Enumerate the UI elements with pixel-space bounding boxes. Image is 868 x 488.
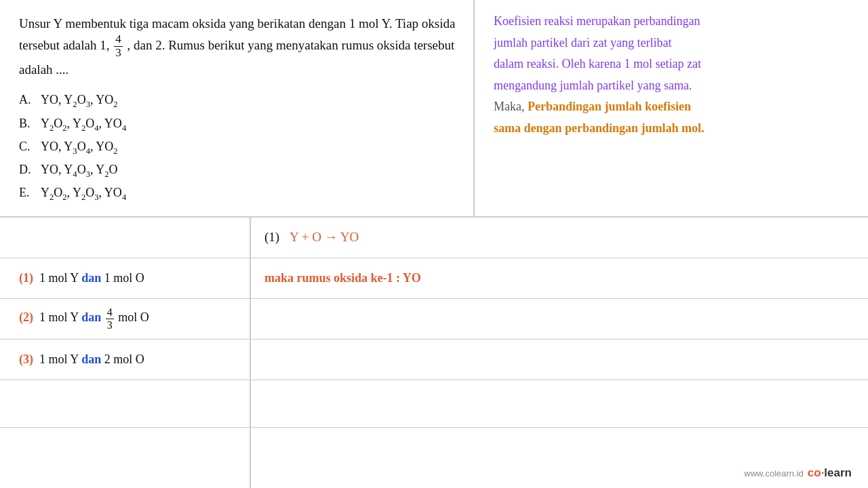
choice-b-label: B.	[19, 113, 34, 134]
right-header-row: (1) Y + O → YO	[251, 218, 868, 258]
row1-dan: dan	[81, 271, 101, 285]
fraction-numerator: 4	[114, 33, 123, 47]
right-row-1: maka rumus oksida ke-1 : YO	[251, 258, 868, 299]
choice-d-text: YO, Y4O3, Y2O	[41, 159, 118, 182]
choice-c-text: YO, Y3O4, YO2	[41, 136, 118, 159]
choice-d-label: D.	[19, 159, 34, 180]
left-row-3: (3) 1 mol Y dan 2 mol O	[0, 340, 250, 380]
choice-a-text: YO, Y2O3, YO2	[41, 89, 118, 112]
choice-a-label: A.	[19, 89, 34, 110]
page-container: Unsur Y membentuk tiga macam oksida yang…	[0, 0, 868, 488]
reaction-equation: (1) Y + O → YO	[264, 230, 359, 245]
left-row-2: (2) 1 mol Y dan 4 3 mol O	[0, 299, 250, 340]
choice-d: D. YO, Y4O3, Y2O	[19, 159, 457, 182]
choice-e-text: Y2O2, Y2O3, YO4	[41, 182, 126, 205]
choice-e: E. Y2O2, Y2O3, YO4	[19, 182, 457, 205]
explanation-line3: dalam reaksi. Oleh karena 1 mol setiap z…	[494, 57, 701, 70]
choice-c: C. YO, Y3O4, YO2	[19, 136, 457, 159]
right-empty-row-1	[251, 380, 868, 428]
footer: www.colearn.id co·learn	[744, 466, 852, 480]
left-header-row	[0, 218, 250, 258]
left-row-2-text: (2) 1 mol Y dan 4 3 mol O	[19, 306, 149, 331]
footer-brand-prefix: co	[808, 466, 821, 479]
left-empty-row-2	[0, 428, 250, 475]
choice-c-label: C.	[19, 136, 34, 157]
left-row-1-text: (1) 1 mol Y dan 1 mol O	[19, 271, 144, 285]
maka-text-1: maka rumus oksida ke-1 : YO	[264, 271, 421, 285]
left-row-3-text: (3) 1 mol Y dan 2 mol O	[19, 352, 144, 367]
explanation-line5-prefix: Maka,	[494, 100, 524, 113]
row2-number: (2)	[19, 310, 33, 324]
choice-e-label: E.	[19, 182, 34, 203]
left-column: (1) 1 mol Y dan 1 mol O (2) 1 mol Y dan …	[0, 218, 251, 489]
left-empty-row-1	[0, 380, 250, 428]
row2-frac-den: 3	[106, 319, 114, 331]
choice-b-text: Y2O2, Y2O4, YO4	[41, 113, 126, 136]
footer-site: www.colearn.id	[744, 468, 803, 479]
question-text: Unsur Y membentuk tiga macam oksida yang…	[19, 14, 457, 79]
row2-dan: dan	[81, 310, 101, 324]
choice-a: A. YO, Y2O3, YO2	[19, 89, 457, 112]
explanation-line6-bold: sama dengan perbandingan jumlah mol.	[494, 121, 705, 135]
eq-label: (1)	[264, 230, 279, 244]
choice-b: B. Y2O2, Y2O4, YO4	[19, 113, 457, 136]
left-row-1: (1) 1 mol Y dan 1 mol O	[0, 258, 250, 299]
right-row-2	[251, 299, 868, 340]
explanation-line4: mengandung jumlah partikel yang sama.	[494, 79, 692, 92]
row2-frac-num: 4	[106, 306, 114, 319]
row1-number: (1)	[19, 271, 33, 285]
explanation-line1: Koefisien reaksi merupakan perbandingan	[494, 14, 700, 28]
right-column: (1) Y + O → YO maka rumus oksida ke-1 : …	[251, 218, 868, 489]
footer-brand: co·learn	[808, 466, 852, 480]
right-row-3	[251, 340, 868, 380]
fraction-denominator: 3	[114, 47, 123, 60]
explanation-panel: Koefisien reaksi merupakan perbandingan …	[475, 0, 868, 216]
explanation-line2: jumlah partikel dari zat yang terlibat	[494, 36, 671, 49]
bottom-section: (1) 1 mol Y dan 1 mol O (2) 1 mol Y dan …	[0, 218, 868, 489]
row3-dan: dan	[81, 352, 101, 366]
eq-body: Y + O → YO	[287, 230, 359, 244]
fraction: 4 3	[114, 33, 123, 59]
row2-fraction: 4 3	[106, 306, 114, 331]
answer-choices: A. YO, Y2O3, YO2 B. Y2O2, Y2O4, YO4 C. Y…	[19, 89, 457, 205]
footer-brand-suffix: learn	[824, 466, 852, 479]
explanation-line5-bold: Perbandingan jumlah koefisien	[528, 100, 691, 113]
explanation-text: Koefisien reaksi merupakan perbandingan …	[494, 11, 852, 139]
row3-number: (3)	[19, 352, 33, 366]
top-section: Unsur Y membentuk tiga macam oksida yang…	[0, 0, 868, 218]
question-panel: Unsur Y membentuk tiga macam oksida yang…	[0, 0, 475, 216]
